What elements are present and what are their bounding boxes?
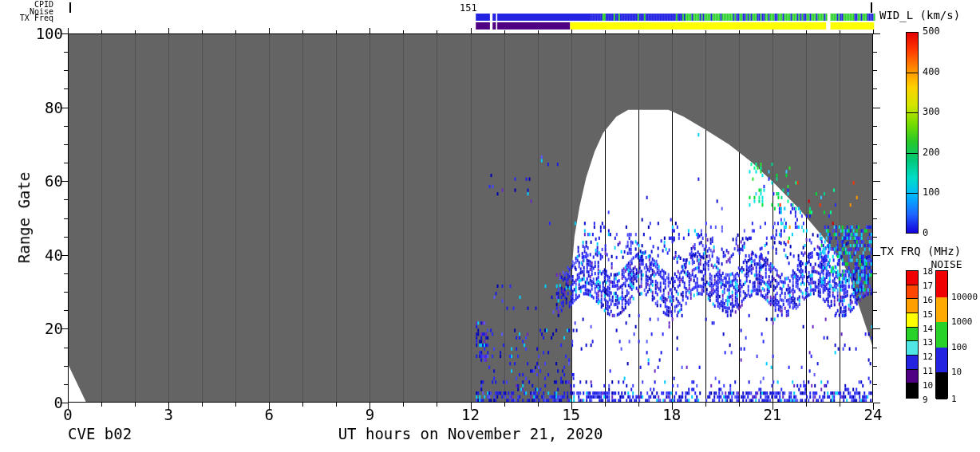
x-tick-label: 18 — [662, 406, 681, 423]
noise-colorbar-tick-label: 1 — [951, 394, 957, 404]
param-row-txfreq-label: TX Freq — [0, 15, 53, 22]
x-tick-label: 6 — [265, 406, 274, 423]
y-tick-label: 100 — [0, 25, 63, 42]
noise-colorbar-tick-label: 10000 — [951, 292, 978, 302]
widl-colorbar-tick-label: 100 — [923, 187, 940, 198]
txfrq-colorbar-title: TX FRQ (MHz) — [880, 245, 961, 257]
noise-colorbar-block — [936, 348, 947, 372]
txfrq-colorbar-tick-label: 13 — [923, 337, 933, 348]
noise-colorbar-tick-label: 1000 — [951, 316, 973, 327]
txfrq-colorbar-block — [907, 285, 918, 300]
param-row-labels: CPID Noise TX Freq — [0, 2, 53, 22]
noise-colorbar-block — [936, 271, 947, 297]
txfrq-colorbar-block — [907, 271, 918, 285]
y-tick-label: 0 — [0, 394, 63, 411]
widl-colorbar-tickline — [906, 112, 919, 113]
txfrq-colorbar-block — [907, 356, 918, 370]
x-tick-label: 9 — [366, 406, 374, 423]
widl-colorbar-tickline — [906, 193, 919, 194]
x-tick-label: 0 — [63, 406, 72, 423]
txfrq-colorbar-tick-label: 15 — [923, 309, 933, 320]
txfrq-colorbar-block — [907, 299, 918, 313]
noise-colorbar-block — [936, 372, 947, 399]
y-tick-label: 80 — [0, 99, 63, 116]
widl-colorbar-tick-label: 300 — [923, 107, 940, 117]
txfrq-colorbar-tick-label: 18 — [923, 266, 933, 277]
rti-summary-plot: CPID Noise TX Freq 151 WID_L (km/s) TX F… — [0, 0, 980, 452]
noise-colorbar — [935, 270, 948, 399]
txfrq-colorbar-tick-label: 17 — [923, 281, 933, 291]
station-beam-label: CVE b02 — [68, 425, 132, 442]
txfrq-colorbar-tick-label: 10 — [923, 380, 933, 391]
txfrq-colorbar-tick-label: 9 — [923, 395, 928, 405]
y-tick-label: 60 — [0, 172, 63, 190]
txfrq-colorbar-block — [907, 313, 918, 328]
widl-colorbar-tick-label: 400 — [923, 67, 940, 77]
txfrq-colorbar-block — [907, 341, 918, 356]
widl-colorbar-tickline — [906, 73, 919, 73]
x-tick-label: 24 — [864, 406, 883, 423]
noise-colorbar-tick-label: 100 — [951, 342, 967, 352]
txfrq-colorbar-tick-label: 16 — [923, 295, 933, 305]
txfrq-colorbar-block — [907, 383, 918, 398]
x-tick-label: 15 — [562, 406, 580, 423]
widl-colorbar-tick-label: 500 — [923, 26, 940, 37]
cpid-value: 151 — [460, 2, 477, 14]
widl-colorbar — [906, 32, 919, 234]
x-tick-label: 12 — [461, 406, 480, 423]
txfrq-colorbar-block — [907, 370, 918, 384]
noise-colorbar-block — [936, 322, 947, 348]
widl-colorbar-tickline — [906, 153, 919, 154]
y-tick-label: 40 — [0, 246, 63, 264]
y-tick-label: 20 — [0, 320, 63, 337]
x-tick-label: 3 — [164, 406, 172, 423]
txfrq-colorbar-tick-label: 12 — [923, 352, 933, 362]
widl-colorbar-tick-label: 0 — [923, 228, 928, 238]
rti-plot-canvas — [0, 0, 980, 452]
txfrq-colorbar-tick-label: 11 — [923, 366, 933, 376]
noise-colorbar-tick-label: 10 — [951, 367, 962, 377]
txfrq-colorbar — [906, 270, 919, 399]
x-tick-label: 21 — [763, 406, 781, 423]
widl-colorbar-tick-label: 200 — [923, 147, 940, 158]
widl-colorbar-title: WID_L (km/s) — [879, 9, 960, 22]
noise-colorbar-block — [936, 297, 947, 322]
txfrq-colorbar-tick-label: 14 — [923, 324, 933, 334]
txfrq-colorbar-block — [907, 328, 918, 342]
